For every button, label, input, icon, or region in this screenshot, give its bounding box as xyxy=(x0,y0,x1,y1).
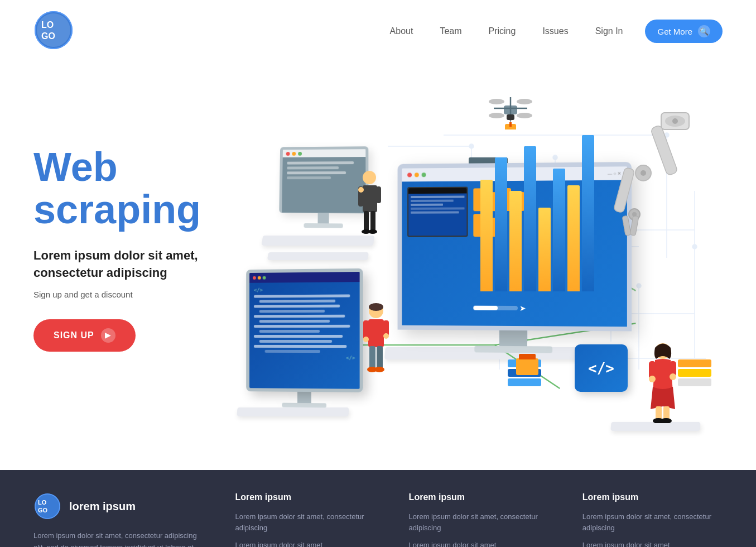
footer-brand: LO GO lorem ipsum Lorem ipsum dolor sit … xyxy=(33,492,201,547)
svg-rect-51 xyxy=(622,215,631,236)
svg-point-55 xyxy=(632,212,637,217)
svg-point-27 xyxy=(637,284,641,288)
footer-col-1-title: Lorem ipsum xyxy=(235,492,375,502)
svg-point-18 xyxy=(469,144,474,148)
svg-text:GO: GO xyxy=(38,507,48,514)
monitor-small-container xyxy=(279,146,369,228)
get-more-button[interactable]: Get More 🔍 xyxy=(645,20,723,43)
footer-col-1-link-2[interactable]: Lorem ipsum dolor sit amet xyxy=(235,540,375,547)
svg-rect-41 xyxy=(364,211,369,232)
svg-point-68 xyxy=(369,303,383,311)
svg-rect-49 xyxy=(614,167,635,213)
svg-text:LO: LO xyxy=(41,20,54,30)
nav-signin[interactable]: Sign In xyxy=(595,26,623,36)
code-badge: </> xyxy=(575,344,628,392)
person-businessman xyxy=(357,169,382,238)
platform-code-monitor xyxy=(237,407,349,416)
hero-subtitle: Lorem ipsum dolor sit amet, consectetur … xyxy=(33,247,245,282)
get-more-label: Get More xyxy=(657,27,692,36)
nav-issues[interactable]: Issues xyxy=(542,26,568,36)
svg-point-1 xyxy=(37,13,70,47)
footer-brand-description: Lorem ipsum dolor sit amet, consectetur … xyxy=(33,530,201,547)
hero-description: Sign up and get a discount xyxy=(33,290,245,299)
nav-about[interactable]: About xyxy=(390,26,413,36)
footer-col-2-link-1[interactable]: Lorem ipsum dolor sit amet, consectetur … xyxy=(409,511,549,533)
person-developer xyxy=(363,303,389,377)
svg-point-56 xyxy=(489,99,504,104)
main-nav: About Team Pricing Issues Sign In xyxy=(390,26,623,36)
svg-text:GO: GO xyxy=(41,31,55,41)
svg-rect-42 xyxy=(370,211,375,232)
svg-rect-39 xyxy=(376,186,381,203)
platform-top-left xyxy=(267,252,369,260)
search-icon: 🔍 xyxy=(698,25,710,37)
float-stack-bottom-center xyxy=(508,359,541,403)
footer-logo-row: LO GO lorem ipsum xyxy=(33,492,201,520)
hero-title: Web scraping xyxy=(33,146,245,231)
footer-col-3-link-1[interactable]: Lorem ipsum dolor sit amet, consectetur … xyxy=(582,511,723,533)
svg-point-44 xyxy=(368,229,377,234)
svg-point-88 xyxy=(35,493,60,519)
footer-col-3-title: Lorem ipsum xyxy=(582,492,723,502)
svg-point-36 xyxy=(363,171,376,184)
footer-col-2: Lorem ipsum Lorem ipsum dolor sit amet, … xyxy=(409,492,549,547)
hero-text: Web scraping Lorem ipsum dolor sit amet,… xyxy=(33,79,245,352)
svg-point-72 xyxy=(363,337,369,342)
logo[interactable]: LO GO xyxy=(33,10,74,52)
svg-point-81 xyxy=(649,376,656,382)
drone xyxy=(488,90,533,135)
hero-section: Web scraping Lorem ipsum dolor sit amet,… xyxy=(0,63,756,459)
svg-rect-47 xyxy=(651,125,678,176)
hero-illustration: — ○ ✕ xyxy=(234,79,723,459)
svg-rect-69 xyxy=(368,319,384,347)
signup-label: SIGN UP xyxy=(54,330,94,340)
svg-point-77 xyxy=(374,367,384,372)
footer-brand-name: lorem ipsum xyxy=(69,500,136,513)
footer-col-1-link-1[interactable]: Lorem ipsum dolor sit amet, consectetur … xyxy=(235,511,375,533)
footer-col-3: Lorem ipsum Lorem ipsum dolor sit amet, … xyxy=(582,492,723,547)
svg-point-53 xyxy=(672,118,678,124)
footer-col-1: Lorem ipsum Lorem ipsum dolor sit amet, … xyxy=(235,492,375,547)
robot-arm xyxy=(594,107,695,255)
footer-col-3-link-2[interactable]: Lorem ipsum dolor sit amet xyxy=(582,540,723,547)
monitor-code: </> </> xyxy=(246,268,363,408)
data-towers xyxy=(480,135,594,291)
play-icon: ▶ xyxy=(101,328,115,343)
svg-rect-87 xyxy=(662,419,663,423)
footer-col-2-link-2[interactable]: Lorem ipsum dolor sit amet xyxy=(409,540,549,547)
svg-point-58 xyxy=(489,113,504,118)
header: LO GO About Team Pricing Issues Sign In … xyxy=(0,0,756,63)
svg-rect-37 xyxy=(363,185,377,212)
footer: LO GO lorem ipsum Lorem ipsum dolor sit … xyxy=(0,470,756,547)
footer-col-2-title: Lorem ipsum xyxy=(409,492,549,502)
nav-team[interactable]: Team xyxy=(440,26,461,36)
svg-rect-66 xyxy=(509,122,512,127)
footer-logo: LO GO xyxy=(33,492,61,520)
svg-rect-70 xyxy=(363,320,369,339)
nav-pricing[interactable]: Pricing xyxy=(489,26,516,36)
svg-rect-63 xyxy=(507,114,514,120)
svg-point-54 xyxy=(641,170,646,176)
svg-point-73 xyxy=(383,333,389,339)
svg-text:LO: LO xyxy=(38,499,47,506)
svg-point-82 xyxy=(670,373,676,380)
float-stack-bottom-right xyxy=(678,359,711,386)
svg-point-59 xyxy=(517,113,532,118)
signup-button[interactable]: SIGN UP ▶ xyxy=(33,319,136,352)
person-woman xyxy=(647,342,678,425)
svg-point-40 xyxy=(358,187,364,193)
svg-point-57 xyxy=(517,99,532,104)
code-badge-symbol: </> xyxy=(588,360,614,377)
